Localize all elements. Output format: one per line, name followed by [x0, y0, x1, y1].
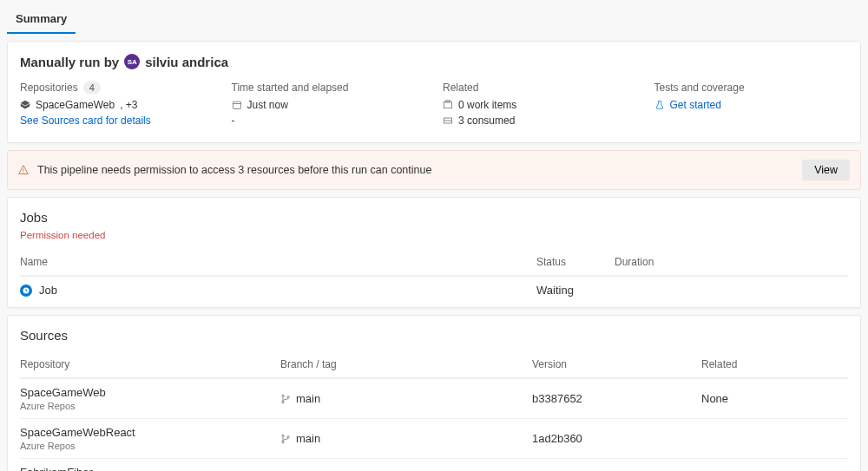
permission-banner: This pipeline needs permission to access…: [7, 150, 861, 190]
source-branch: main: [296, 392, 320, 405]
tab-bar: Summary: [0, 0, 868, 34]
work-items: 0 work items: [458, 99, 516, 111]
sources-col-version: Version: [532, 358, 701, 370]
source-row[interactable]: SpaceGameWebAzure Reposmainb3387652None: [20, 378, 848, 418]
jobs-warning: Permission needed: [20, 230, 848, 240]
workitem-icon: [443, 100, 453, 110]
job-status: Waiting: [536, 284, 615, 297]
source-related: None: [701, 392, 848, 405]
source-repo: SpaceGameWeb: [20, 386, 280, 399]
see-sources-link[interactable]: See Sources card for details: [20, 114, 214, 127]
branch-icon: [280, 394, 291, 404]
run-summary-card: Manually run by SA silviu andrica Reposi…: [7, 41, 861, 143]
svg-point-9: [282, 395, 284, 396]
flask-icon: [654, 100, 665, 110]
job-name: Job: [39, 284, 57, 297]
related-label: Related: [443, 82, 637, 94]
get-started-link[interactable]: Get started: [670, 99, 721, 111]
run-user: silviu andrica: [145, 55, 228, 69]
source-version: 1ad2b360: [532, 432, 701, 445]
svg-point-11: [287, 396, 289, 397]
clock-icon: [20, 285, 32, 297]
calendar-icon: [232, 100, 242, 110]
svg-point-12: [282, 435, 284, 436]
sources-col-branch: Branch / tag: [280, 358, 532, 370]
source-row[interactable]: SpaceGameWebReactAzure Reposmain1ad2b360: [20, 418, 848, 458]
svg-rect-0: [233, 101, 240, 108]
sources-title: Sources: [20, 328, 848, 343]
jobs-title: Jobs: [20, 210, 848, 225]
jobs-card: Jobs Permission needed Name Status Durat…: [7, 197, 861, 308]
more-repos: , +3: [120, 99, 137, 111]
avatar: SA: [124, 54, 140, 69]
run-header: Manually run by SA silviu andrica: [20, 54, 848, 69]
jobs-col-duration: Duration: [615, 256, 848, 268]
consumed-icon: [443, 115, 453, 126]
source-branch: main: [296, 432, 320, 445]
repositories-column: Repositories 4 SpaceGameWeb , +3 See Sou…: [20, 82, 214, 130]
jobs-col-name: Name: [20, 256, 536, 268]
source-provider: Azure Repos: [20, 401, 280, 411]
source-repo: SpaceGameWebReact: [20, 426, 280, 439]
repositories-count-badge: 4: [83, 82, 101, 94]
time-column: Time started and elapsed Just now -: [232, 82, 426, 130]
tests-column: Tests and coverage Get started: [654, 82, 849, 130]
primary-repo: SpaceGameWeb: [36, 99, 115, 111]
source-row[interactable]: FabrikamFiberAzure Reposmain2455caae: [20, 458, 848, 471]
related-column: Related 0 work items 3 consumed: [443, 82, 637, 130]
job-row[interactable]: Job Waiting: [20, 276, 848, 304]
sources-col-repo: Repository: [20, 358, 280, 370]
source-provider: Azure Repos: [20, 441, 280, 451]
run-prefix: Manually run by: [20, 55, 119, 69]
source-version: b3387652: [532, 392, 701, 405]
sources-col-related: Related: [701, 358, 848, 370]
time-label: Time started and elapsed: [232, 82, 426, 94]
consumed: 3 consumed: [458, 114, 515, 127]
svg-point-13: [282, 441, 284, 442]
svg-point-14: [287, 435, 289, 437]
repo-icon: [20, 100, 30, 110]
repositories-label: Repositories: [20, 82, 78, 94]
tests-label: Tests and coverage: [654, 82, 849, 94]
warning-icon: [18, 165, 29, 175]
source-repo: FabrikamFiber: [20, 466, 280, 471]
svg-point-7: [23, 172, 23, 173]
svg-point-10: [282, 401, 284, 402]
view-button[interactable]: View: [802, 160, 850, 180]
branch-icon: [280, 434, 291, 444]
sources-card: Sources Repository Branch / tag Version …: [7, 315, 861, 471]
permission-text: This pipeline needs permission to access…: [37, 164, 802, 176]
jobs-col-status: Status: [536, 256, 615, 268]
time-elapsed: -: [232, 114, 426, 127]
time-started: Just now: [247, 99, 288, 111]
tab-summary[interactable]: Summary: [7, 7, 76, 34]
